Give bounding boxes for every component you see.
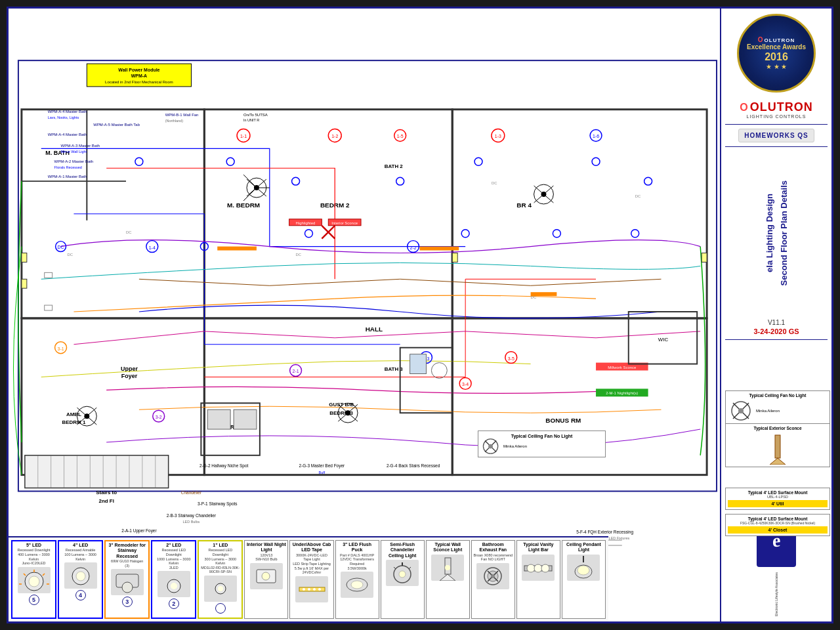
svg-text:In UNIT R: In UNIT R [243,118,259,122]
legend-pendant-image [567,555,600,581]
svg-text:3-4: 3-4 [462,382,469,387]
typical-4ft-2-model: FSG-CGL-8-4250K30K-3OCR-SN (Brushed Nick… [728,521,828,526]
typical-4ft-surface-1-box: Typical 4' LED Surface Mount UBL-4-LPSD … [725,488,830,510]
svg-text:GUST B/B: GUST B/B [329,402,354,408]
svg-point-169 [122,582,133,593]
svg-text:Chandelier: Chandelier [181,490,202,495]
typical-4ft-2-label: 4' Closet [728,526,828,534]
svg-text:2nd Fl: 2nd Fl [98,498,114,504]
lutron-logo-section: O OLUTRON LIGHTING CONTROLS [740,100,812,119]
svg-text:WPM-A-2 Master Bath: WPM-A-2 Master Bath [54,159,94,163]
svg-point-199 [541,564,549,572]
svg-text:1-3: 1-3 [495,134,501,138]
homeworks-badge: HOMEWORKS QS [738,129,814,142]
svg-text:HALL: HALL [366,326,383,333]
svg-text:M. BEDRM: M. BEDRM [227,201,260,209]
legend-2led-subtitle: Recessed LED Downlight1000 Lumens – 3000… [154,548,194,570]
floor-plan-area: Wall Power Module WPM-A Located in 2nd F… [9,9,720,621]
svg-text:1-4: 1-4 [149,245,156,250]
titles-container: ela Lighting Design Second Floor Plan De… [725,151,828,315]
right-panel: OOLUTRON Excellence Awards 2016 ★ ★ ★ O … [720,9,831,621]
legend-4led-subtitle: Recessed Aimable100 Lumens – 3000 Kelvin [60,548,100,561]
svg-point-177 [303,588,305,591]
legend-nightlight: Interior Wall Night Light 120V13SW-N10 B… [244,540,288,619]
svg-text:2-G-3 Master Bed Foyer: 2-G-3 Master Bed Foyer [299,463,345,469]
legend-2led-count: 2 [169,598,179,609]
typical-ceiling-fan-box-title: Typical Ceiling Fan No Light [728,393,828,398]
project-title-vertical: Second Floor Plan Details [779,180,789,285]
ceiling-fan-box-icon [728,399,754,422]
svg-text:WPM-A: WPM-A [131,74,147,78]
svg-rect-152 [234,410,257,429]
svg-text:Millwork Sconce: Millwork Sconce [608,366,637,369]
legend-3remodeler: 3" Remodeler for Stairway Recessed 69W G… [104,540,150,619]
svg-rect-162 [420,247,459,251]
legend-2led-title: 2" LED [166,543,181,548]
svg-text:3-P-1 Stairway Spots: 3-P-1 Stairway Spots [198,501,238,507]
svg-point-198 [534,564,542,572]
legend-1led: 1" LED Recessed LED Downlight300 Lumens … [198,540,243,619]
svg-text:On/To 5UTSA: On/To 5UTSA [243,113,268,117]
legend-vanity-image [522,555,555,581]
divider-2 [725,146,828,147]
svg-text:Interior Sconce: Interior Sconce [331,221,358,225]
svg-text:LED Bulbs: LED Bulbs [183,520,200,524]
svg-text:Located in 2nd Floor Mechanica: Located in 2nd Floor Mechanical Room [105,80,173,84]
legend-sconce-image [431,555,464,581]
legend-4led: 4" LED Recessed Aimable100 Lumens – 3000… [58,540,103,619]
divider-1 [725,124,828,125]
legend-exhaust-image [476,563,509,589]
svg-text:DC: DC [126,230,132,234]
svg-text:2-2: 2-2 [410,245,417,250]
version-label: V11.1 [768,319,785,326]
legend-5led-subtitle: Recessed Downlight400 Lumens – 3000 Kelv… [14,548,54,565]
svg-text:1-6: 1-6 [593,134,599,138]
lutron-sub-text: LIGHTING CONTROLS [747,114,807,119]
legend-puck-image [341,572,373,598]
legend-night-subtitle: 120V13SW-N10 Bulb [255,553,277,562]
typical-ceiling-fan-label: Minka Aileron [503,444,602,448]
legend-4led-count: 4 [75,590,86,600]
typical-4ft-2-title: Typical 4' LED Surface Mount [728,516,828,521]
legend-night-title: Interior Wall Night Light [246,542,286,553]
legend-semi-title: Semi-FlushChandelier Ceiling Light [383,542,423,558]
svg-text:BATH 2: BATH 2 [385,163,404,169]
svg-text:3-5: 3-5 [508,356,514,361]
legend-tape-image [295,576,328,602]
svg-point-182 [351,581,363,589]
legend-1led-count [215,603,226,614]
svg-rect-160 [702,253,707,262]
svg-text:WPM-B-1 Wall Fan: WPM-B-1 Wall Fan [165,113,199,117]
legend-1led-title: 1" LED [213,543,228,548]
legend-puck-subtitle: Part # DALS 4001HP12VDC Transformers Req… [337,553,377,570]
svg-line-186 [409,567,411,569]
svg-text:DC: DC [296,253,302,257]
svg-rect-158 [22,279,27,288]
ceiling-fan-icon [481,440,501,453]
svg-point-171 [171,583,177,589]
svg-marker-212 [770,458,786,465]
main-container: Wall Power Module WPM-A Located in 2nd F… [7,7,833,623]
svg-text:Upper: Upper [121,366,138,372]
legend-5led-count: 5 [29,595,39,605]
divider-3 [725,339,828,340]
svg-point-195 [491,574,495,578]
svg-text:DC: DC [68,253,74,257]
legend-vanity-title: Typical Vanity Light Bar [518,542,558,553]
legend-exhaust-title: Bathroom Exhaust Fan [473,542,513,553]
legend-1led-image [204,576,237,602]
svg-text:2-G-2 Hallway Niche Spot: 2-G-2 Hallway Niche Spot [200,463,248,469]
legend-2led: 2" LED Recessed LED Downlight1000 Lumens… [151,540,196,619]
svg-marker-189 [440,574,455,581]
typical-ceiling-fan-row: Minka Aileron [481,440,602,453]
svg-text:WPM-A-5 Master Bath Tab: WPM-A-5 Master Bath Tab [93,123,140,127]
legend-4led-title: 4" LED [73,543,88,548]
legend-exhaustfan: Bathroom Exhaust Fan Broan X080 recommen… [471,540,515,619]
legend-semi-image [386,560,419,586]
svg-point-40 [541,192,547,197]
svg-line-185 [394,567,396,569]
svg-rect-151 [207,410,230,429]
legend-puck-title: 3" LED Flush Puck [337,542,377,553]
legend-5led-image [18,567,51,593]
version-date-label: 3-24-2020 GS [753,327,799,335]
